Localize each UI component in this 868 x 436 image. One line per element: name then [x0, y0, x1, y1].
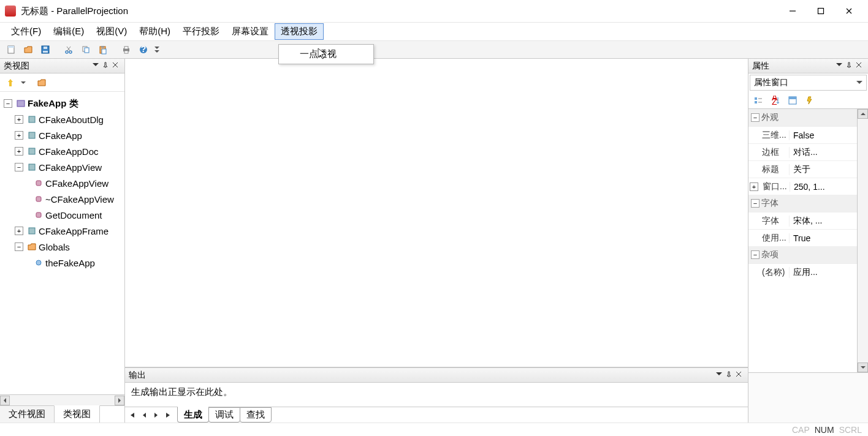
properties-object-combo[interactable]: 属性窗口 — [750, 75, 867, 91]
scroll-right-icon[interactable] — [115, 396, 124, 405]
properties-panel: 属性 属性窗口 AZ −外观 三维...False 边框对话... 标题关于 +… — [748, 59, 868, 423]
pin-icon[interactable] — [846, 62, 855, 70]
copy-button[interactable] — [78, 42, 93, 57]
prop-row[interactable]: 三维...False — [748, 126, 857, 143]
tree-node[interactable]: −CFakeAppView — [4, 159, 124, 175]
expand-icon[interactable]: + — [750, 182, 758, 191]
tree-leaf[interactable]: theFakeApp — [4, 255, 124, 271]
tree-label: theFakeApp — [45, 258, 95, 268]
menu-edit[interactable]: 编辑(E) — [47, 23, 90, 40]
category-appearance[interactable]: −外观 — [748, 109, 857, 126]
menu-perspective-projection[interactable]: 透视投影 — [275, 23, 324, 40]
svg-rect-26 — [29, 228, 35, 234]
close-button[interactable] — [835, 2, 863, 20]
expand-icon[interactable]: + — [15, 131, 23, 140]
tree-node[interactable]: +CFakeApp — [4, 127, 124, 143]
menu-parallel-projection[interactable]: 平行投影 — [177, 23, 226, 40]
category-misc[interactable]: −杂项 — [748, 246, 857, 263]
svg-rect-5 — [43, 51, 48, 53]
combo-label: 属性窗口 — [754, 77, 788, 88]
tree-leaf[interactable]: ~CFakeAppView — [4, 191, 124, 207]
props-vscrollbar[interactable] — [857, 109, 868, 372]
print-button[interactable] — [119, 42, 134, 57]
events-button[interactable] — [802, 93, 817, 108]
editor-viewport[interactable] — [125, 59, 748, 367]
output-tab-debug[interactable]: 调试 — [208, 407, 240, 423]
prop-row[interactable]: +窗口...250, 1... — [748, 178, 857, 195]
scroll-left-icon[interactable] — [0, 396, 10, 405]
tree-hscrollbar[interactable] — [0, 394, 124, 405]
panel-close-icon[interactable] — [856, 62, 864, 70]
class-view-sort-button[interactable] — [4, 75, 18, 90]
collapse-icon[interactable]: − — [15, 242, 23, 251]
help-about-button[interactable]: ? — [136, 42, 151, 57]
prop-row[interactable]: (名称)应用... — [748, 263, 857, 280]
output-tab-find[interactable]: 查找 — [240, 407, 272, 423]
prop-row[interactable]: 字体宋体, ... — [748, 212, 857, 229]
save-button[interactable] — [38, 42, 53, 57]
nav-first-icon[interactable] — [128, 411, 136, 419]
category-font[interactable]: −字体 — [748, 195, 857, 212]
new-file-button[interactable] — [4, 42, 18, 57]
properties-title: 属性 — [752, 61, 769, 72]
class-view-newfolder-button[interactable] — [34, 75, 49, 90]
tree-node[interactable]: −Globals — [4, 239, 124, 255]
panel-close-icon[interactable] — [736, 371, 744, 380]
minimize-button[interactable] — [779, 2, 807, 20]
menu-file[interactable]: 文件(F) — [5, 23, 47, 40]
tree-leaf[interactable]: CFakeAppView — [4, 175, 124, 191]
tree-leaf[interactable]: GetDocument — [4, 207, 124, 223]
scroll-down-icon[interactable] — [858, 363, 868, 372]
menu-screen-settings[interactable]: 屏幕设置 — [226, 23, 275, 40]
collapse-icon[interactable]: − — [4, 99, 12, 108]
tree-node[interactable]: +CFakeAppFrame — [4, 223, 124, 239]
collapse-icon[interactable]: − — [751, 250, 760, 259]
prop-row[interactable]: 使用...True — [748, 229, 857, 246]
property-pages-button[interactable] — [785, 93, 800, 108]
collapse-icon[interactable]: − — [15, 163, 23, 171]
output-tab-build[interactable]: 生成 — [177, 407, 209, 423]
nav-prev-icon[interactable] — [140, 411, 148, 419]
panel-menu-icon[interactable] — [93, 62, 101, 70]
svg-text:Z: Z — [772, 97, 777, 105]
main-area: 类视图 − FakeApp 类 +CFakeAboutDlg +CFakeApp… — [0, 59, 868, 423]
collapse-icon[interactable]: − — [751, 199, 760, 208]
pin-icon[interactable] — [102, 62, 111, 70]
pin-icon[interactable] — [726, 371, 734, 380]
nav-next-icon[interactable] — [152, 411, 161, 419]
scroll-up-icon[interactable] — [858, 109, 868, 119]
status-cap: CAP — [792, 425, 810, 435]
alphabetical-button[interactable]: AZ — [768, 93, 783, 108]
tab-class-view[interactable]: 类视图 — [54, 405, 100, 423]
svg-rect-21 — [29, 148, 35, 154]
maximize-button[interactable] — [807, 2, 835, 20]
class-icon — [27, 130, 37, 140]
expand-icon[interactable]: + — [15, 115, 23, 124]
expand-icon[interactable]: + — [15, 227, 23, 235]
prop-row[interactable]: 标题关于 — [748, 160, 857, 178]
tree-root[interactable]: − FakeApp 类 — [4, 96, 124, 111]
categorized-button[interactable] — [751, 93, 766, 108]
cut-button[interactable] — [61, 42, 76, 57]
class-tree[interactable]: − FakeApp 类 +CFakeAboutDlg +CFakeApp +CF… — [0, 92, 124, 274]
menu-bar: 文件(F) 编辑(E) 视图(V) 帮助(H) 平行投影 屏幕设置 透视投影 — [0, 22, 868, 40]
tab-file-view[interactable]: 文件视图 — [0, 405, 55, 423]
class-icon — [27, 162, 37, 172]
tree-label: CFakeAppView — [45, 178, 108, 189]
paste-button[interactable] — [96, 42, 110, 57]
panel-menu-icon[interactable] — [836, 62, 845, 70]
collapse-icon[interactable]: − — [751, 113, 760, 122]
prop-row[interactable]: 边框对话... — [748, 143, 857, 160]
tree-node[interactable]: +CFakeAboutDlg — [4, 111, 124, 127]
menu-view[interactable]: 视图(V) — [90, 23, 133, 40]
panel-menu-icon[interactable] — [716, 371, 725, 380]
tree-node[interactable]: +CFakeAppDoc — [4, 143, 124, 159]
expand-icon[interactable]: + — [15, 147, 23, 156]
svg-rect-22 — [29, 164, 35, 170]
open-file-button[interactable] — [21, 42, 36, 57]
chevron-down-icon[interactable] — [21, 81, 26, 84]
toolbar-overflow[interactable] — [153, 42, 161, 57]
nav-last-icon[interactable] — [164, 411, 173, 419]
panel-close-icon[interactable] — [112, 62, 121, 70]
menu-help[interactable]: 帮助(H) — [133, 23, 177, 40]
